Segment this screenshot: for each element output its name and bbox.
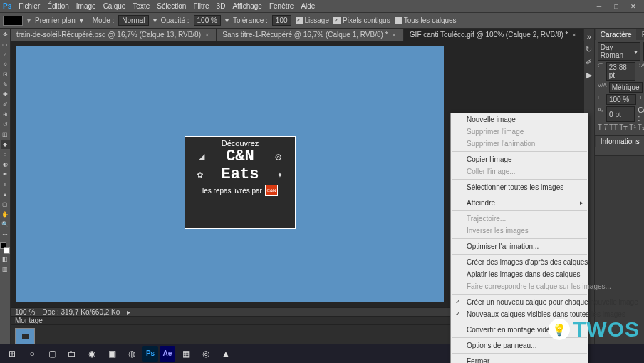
crop-tool[interactable]: ⊡ (1, 70, 10, 79)
vscale-input[interactable]: 100 % (606, 94, 636, 105)
app-icon-5[interactable]: ▲ (217, 346, 235, 362)
zoom-tool[interactable]: 🔍 (1, 220, 10, 229)
ctx-make-frames[interactable]: Créer des images d'après des calques (451, 256, 588, 268)
ctx-reverse: Inverser les images (451, 225, 588, 237)
menu-filtre[interactable]: Filtre (193, 2, 209, 10)
ctx-optimize[interactable]: Optimiser l'animation... (451, 240, 588, 252)
fill-swatch[interactable] (3, 16, 23, 26)
task-view-icon[interactable]: ▢ (43, 346, 61, 362)
menu-3d[interactable]: 3D (217, 2, 226, 10)
ctx-new-image[interactable]: Nouvelle image (451, 113, 588, 126)
right-panels: » ↻ ✐ ▶ CaractèreParagraphe Day Roman▾Re… (584, 29, 644, 344)
contiguous-checkbox[interactable]: ✓Pixels contigus (333, 16, 390, 24)
allcaps-button[interactable]: TT (609, 123, 618, 131)
path-select-tool[interactable]: ▴ (1, 190, 10, 199)
antialias-checkbox[interactable]: ✓Lissage (296, 16, 329, 24)
art-line1: C&N (226, 148, 254, 165)
photoshop-icon[interactable]: Ps (142, 346, 158, 362)
mode-select[interactable]: Normal (118, 15, 148, 26)
eraser-tool[interactable]: ◫ (1, 130, 10, 139)
ctx-new-layer-each[interactable]: Créer un nouveau calque pour chaque nouv… (451, 296, 588, 308)
fg-bg-colors[interactable] (0, 242, 10, 254)
close-tab-icon[interactable]: × (393, 31, 396, 39)
menu-fichier[interactable]: Fichier (19, 2, 40, 10)
ctx-flatten[interactable]: Aplatir les images dans des calques (451, 268, 588, 280)
brush-tool[interactable]: ✐ (1, 100, 10, 109)
font-size-input[interactable]: 23,88 pt (606, 62, 635, 81)
doc-tab-2[interactable]: Sans titre-1-Récupéré @ 16,7% (Calque 1,… (217, 29, 404, 41)
ctx-select-all[interactable]: Sélectionner toutes les images (451, 181, 588, 193)
menu-edition[interactable]: Édition (47, 2, 69, 10)
close-button[interactable]: ✕ (625, 1, 641, 11)
menu-aide[interactable]: Aide (301, 2, 315, 10)
tolerance-input[interactable]: 100 (272, 15, 291, 26)
menu-texte[interactable]: Texte (133, 2, 150, 10)
art-decouvrez: Découvrez (185, 137, 295, 148)
move-tool[interactable]: ✥ (1, 30, 10, 39)
ctx-goto[interactable]: Atteindre (451, 197, 588, 209)
subscript-button[interactable]: T₁ (638, 123, 644, 131)
zoom-level[interactable]: 100 % (15, 308, 35, 316)
history-brush-tool[interactable]: ↺ (1, 120, 10, 129)
lasso-tool[interactable]: ⟋ (1, 50, 10, 59)
explorer-icon[interactable]: 🗀 (63, 346, 81, 362)
app-icon-1[interactable]: ▣ (103, 346, 121, 362)
menu-selection[interactable]: Sélection (157, 2, 186, 10)
menu-calque[interactable]: Calque (103, 2, 126, 10)
type-tool[interactable]: T (1, 180, 10, 189)
paint-bucket-tool[interactable]: ◆ (1, 140, 10, 149)
double-arrow-icon[interactable]: » (584, 31, 594, 41)
bold-button[interactable]: T (598, 123, 602, 131)
aftereffects-icon[interactable]: Ae (160, 346, 175, 362)
chrome-icon[interactable]: ◉ (83, 346, 101, 362)
magic-wand-tool[interactable]: ✧ (1, 60, 10, 69)
shape-tool[interactable]: ▢ (1, 200, 10, 209)
close-tab-icon[interactable]: × (205, 31, 209, 39)
play-icon[interactable]: ▶ (584, 70, 594, 80)
history-icon[interactable]: ↻ (584, 44, 594, 54)
food-icon: ✿ (197, 168, 203, 180)
canvas[interactable]: Découvrez ◢ C&N ◎ ✿ Eats ✦ les repas liv… (16, 46, 444, 302)
font-family-select[interactable]: Day Roman▾ (598, 42, 640, 61)
menu-image[interactable]: Image (76, 2, 96, 10)
app-icon-2[interactable]: ◍ (123, 346, 141, 362)
menu-affichage[interactable]: Affichage (232, 2, 262, 10)
ctx-copy-image[interactable]: Copier l'image (451, 153, 588, 165)
tab-informations[interactable]: Informations (596, 136, 644, 147)
screen-mode-icon[interactable]: ▥ (1, 265, 10, 274)
superscript-button[interactable]: T¹ (629, 123, 635, 131)
italic-button[interactable]: T (603, 123, 608, 131)
doc-tab-3[interactable]: GIF canti Touléco.gif @ 100% (Calque 2, … (404, 29, 584, 41)
opacity-input[interactable]: 100 % (194, 15, 221, 26)
clone-stamp-tool[interactable]: ⊕ (1, 110, 10, 119)
tab-caractere[interactable]: Caractère (596, 29, 636, 40)
lightbulb-icon: 💡 (549, 319, 570, 340)
smallcaps-button[interactable]: Tᴛ (619, 123, 628, 131)
maximize-button[interactable]: □ (608, 1, 624, 11)
brush-icon[interactable]: ✐ (584, 57, 594, 67)
menu-fenetre[interactable]: Fenêtre (269, 2, 294, 10)
pen-tool[interactable]: ✒ (1, 170, 10, 179)
kerning-select[interactable]: Métrique (609, 82, 643, 93)
app-icon-4[interactable]: ◎ (197, 346, 215, 362)
twos-watermark: 💡 TWOS (549, 317, 640, 342)
chevron-right-icon[interactable]: ▸ (127, 308, 130, 316)
hand-tool[interactable]: ✋ (1, 210, 10, 219)
spot-heal-tool[interactable]: ✚ (1, 90, 10, 99)
blur-tool[interactable]: ○ (1, 150, 10, 159)
misc-tool[interactable]: ⋯ (1, 230, 10, 239)
start-button[interactable]: ⊞ (3, 346, 21, 362)
eyedropper-tool[interactable]: ✎ (1, 80, 10, 89)
marquee-tool[interactable]: ▭ (1, 40, 10, 49)
dodge-tool[interactable]: ◐ (1, 160, 10, 169)
minimize-button[interactable]: ─ (591, 1, 607, 11)
baseline-input[interactable]: 0 pt (606, 106, 635, 122)
ctx-close[interactable]: Fermer (451, 355, 588, 363)
search-icon[interactable]: ○ (23, 346, 41, 362)
all-layers-checkbox[interactable]: Tous les calques (395, 16, 457, 24)
doc-tab-1[interactable]: train-de-soleil-Récupéré.psd @ 16,7% (Ca… (11, 29, 217, 41)
close-tab-icon[interactable]: × (573, 31, 576, 39)
tab-paragraphe[interactable]: Paragraphe (638, 29, 644, 40)
app-icon-3[interactable]: ▦ (177, 346, 195, 362)
quick-mask-icon[interactable]: ◧ (1, 255, 10, 264)
